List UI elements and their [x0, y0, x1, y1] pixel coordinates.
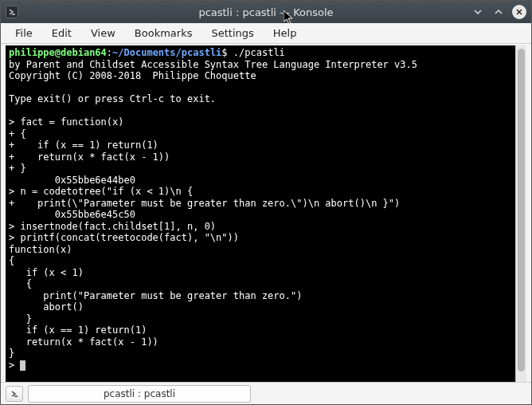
tab-label: pcastli : pcastli [104, 388, 175, 399]
close-button[interactable] [512, 5, 526, 19]
menu-view[interactable]: View [83, 25, 123, 41]
menu-bookmarks[interactable]: Bookmarks [127, 25, 201, 41]
terminal-output[interactable]: philippe@debian64:~/Documents/pcastli$ .… [6, 45, 515, 382]
menu-help[interactable]: Help [265, 25, 305, 41]
window-title: pcastli : pcastli — Konsole [1, 6, 531, 18]
menubar: File Edit View Bookmarks Settings Help [1, 23, 531, 44]
tab-active[interactable]: pcastli : pcastli [28, 385, 251, 403]
maximize-button[interactable] [491, 5, 506, 19]
minimize-button[interactable] [471, 5, 485, 19]
app-icon [6, 6, 18, 18]
tabbar: pcastli : pcastli [1, 382, 531, 404]
scrollbar-thumb[interactable] [518, 49, 525, 372]
new-tab-button[interactable] [6, 386, 23, 402]
menu-file[interactable]: File [7, 25, 41, 41]
scrollbar[interactable] [515, 45, 526, 382]
menu-edit[interactable]: Edit [44, 25, 80, 41]
menu-settings[interactable]: Settings [203, 25, 261, 41]
titlebar: pcastli : pcastli — Konsole [1, 1, 531, 23]
